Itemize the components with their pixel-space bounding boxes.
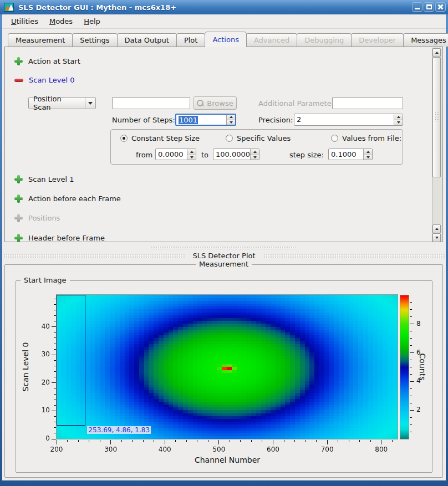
axis-tick [54, 355, 56, 355]
tab-measurement[interactable]: Measurement [8, 33, 73, 47]
heatmap-plot[interactable] [56, 294, 398, 439]
splitter-handle[interactable] [151, 246, 296, 249]
radio-specific-values[interactable]: Specific Values [226, 134, 291, 142]
plot-dock-title: SLS Detector Plot [185, 252, 263, 260]
axis-tick [110, 440, 111, 442]
scan-level-1-row[interactable]: Scan Level 1 [14, 175, 74, 183]
tab-advanced: Advanced [246, 33, 297, 47]
scroll-up-button[interactable] [432, 48, 441, 57]
spin-down-icon[interactable] [227, 120, 235, 125]
tab-actions[interactable]: Actions [205, 32, 247, 47]
header-before-frame-row[interactable]: Header before Frame [14, 234, 105, 242]
spin-up-icon[interactable] [227, 115, 235, 120]
axis-tick-label: 10 [37, 406, 50, 414]
tab-plot[interactable]: Plot [176, 33, 206, 47]
vertical-scrollbar[interactable] [432, 48, 441, 242]
tab-messages[interactable]: Messages [403, 33, 448, 47]
spin-down-icon[interactable] [364, 155, 372, 160]
axis-tick-label: 400 [155, 446, 175, 453]
collapse-minus-icon[interactable] [14, 76, 23, 84]
scroll-up-button-2[interactable] [432, 224, 441, 233]
tab-data-output[interactable]: Data Output [117, 33, 177, 47]
axis-tick [54, 344, 56, 344]
axis-tick [410, 331, 412, 331]
plot-dock-titlebar[interactable]: SLS Detector Plot [3, 252, 445, 260]
expand-plus-icon[interactable] [14, 57, 23, 65]
tab-settings[interactable]: Settings [72, 33, 117, 47]
axis-tick [54, 439, 56, 439]
radio-icon [226, 135, 233, 142]
axis-tick [294, 440, 295, 442]
axis-tick [410, 410, 412, 411]
actions-panel: Action at Start Scan Level 0 Position Sc… [4, 47, 443, 242]
from-spinbox[interactable]: 0.0000 [155, 149, 196, 160]
maximize-button[interactable] [424, 2, 434, 12]
axis-tick [78, 440, 79, 442]
axis-tick [410, 345, 412, 346]
additional-parameter-input [332, 97, 403, 109]
close-button[interactable] [435, 2, 446, 12]
from-label: from [136, 151, 152, 159]
expand-plus-icon[interactable] [14, 175, 23, 183]
axis-tick-label: 600 [263, 446, 283, 453]
number-of-steps-spinbox[interactable]: 1001 [175, 114, 236, 126]
spin-down-icon[interactable] [394, 120, 403, 126]
axis-tick-label: 4 [416, 377, 421, 385]
axis-tick [54, 321, 56, 321]
chevron-down-icon[interactable] [85, 98, 95, 109]
axis-tick-label: 6 [416, 349, 421, 356]
radio-specific-label: Specific Values [237, 134, 291, 142]
tabbar: Measurement Settings Data Output Plot Ac… [2, 31, 446, 47]
action-before-frame-label: Action before each Frame [28, 195, 121, 203]
scan-level-0-row[interactable]: Scan Level 0 [14, 76, 74, 84]
colorbar-axis-title: Counts [418, 354, 427, 381]
axis-tick [284, 440, 284, 442]
expand-plus-icon[interactable] [14, 234, 23, 242]
axis-tick [381, 440, 381, 442]
axis-tick [306, 440, 306, 442]
spin-down-icon[interactable] [251, 155, 259, 160]
tab-debugging: Debugging [297, 33, 352, 47]
spin-up-icon[interactable] [187, 149, 196, 155]
axis-tick [54, 349, 56, 350]
axis-tick [143, 440, 144, 442]
scroll-thumb[interactable] [432, 57, 441, 177]
positions-row: Positions [14, 214, 60, 222]
axis-tick-label: 2 [416, 406, 421, 413]
action-at-start-row[interactable]: Action at Start [14, 57, 80, 65]
titlebar[interactable]: SLS Detector GUI : Mythen - mcs6x18+ [0, 0, 448, 14]
spin-down-icon[interactable] [187, 155, 196, 160]
spin-up-icon[interactable] [394, 114, 403, 120]
radio-constant-step-size[interactable]: Constant Step Size [120, 134, 200, 142]
minimize-button[interactable] [412, 2, 422, 12]
maximize-icon [426, 4, 432, 9]
menu-utilities[interactable]: Utilities [6, 16, 44, 27]
precision-spinbox[interactable]: 2 [294, 114, 403, 126]
scroll-down-button[interactable] [432, 233, 441, 242]
axis-tick [54, 360, 56, 361]
arrow-up-icon [435, 228, 439, 230]
menu-help[interactable]: Help [78, 16, 106, 27]
radio-file-label: Values from File: [342, 134, 401, 142]
heatmap-canvas[interactable] [57, 295, 398, 439]
axis-tick [54, 400, 56, 400]
spin-up-icon[interactable] [251, 149, 259, 155]
to-spinbox[interactable]: 100.0000 [213, 149, 259, 160]
axis-tick [410, 396, 412, 396]
radio-values-from-file[interactable]: Values from File: [331, 134, 401, 142]
axis-tick [67, 440, 68, 442]
script-file-input[interactable] [112, 97, 190, 109]
dock-texture [3, 254, 185, 258]
step-size-spinbox[interactable]: 0.1000 [328, 149, 373, 160]
axis-tick [262, 440, 262, 442]
spin-up-icon[interactable] [364, 149, 372, 155]
action-before-frame-row[interactable]: Action before each Frame [14, 195, 121, 203]
window-title: SLS Detector GUI : Mythen - mcs6x18+ [18, 3, 176, 12]
axis-tick-label: 20 [37, 378, 50, 386]
menu-modes[interactable]: Modes [44, 16, 78, 27]
axis-tick [186, 440, 187, 442]
expand-plus-icon[interactable] [14, 195, 23, 203]
scan-mode-combobox[interactable]: Position Scan [28, 97, 96, 109]
axis-tick [316, 440, 317, 442]
menubar: Utilities Modes Help [2, 14, 446, 29]
